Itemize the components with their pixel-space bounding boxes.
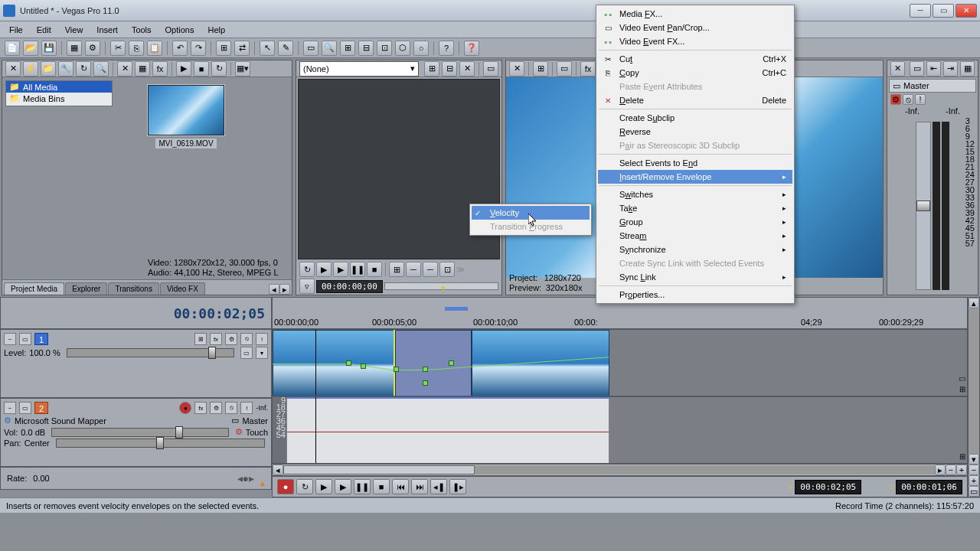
envelope-tool[interactable]: ✎ xyxy=(278,41,293,56)
audio-clip[interactable] xyxy=(286,397,609,464)
new-button[interactable]: 📄 xyxy=(5,41,20,56)
touch-mode[interactable]: Touch xyxy=(246,428,268,437)
go-start-button[interactable]: ⏮ xyxy=(392,479,409,494)
master-t1-icon[interactable]: ▭ xyxy=(910,61,924,77)
track-motion-icon[interactable]: ⊞ xyxy=(194,333,207,345)
pm-stop-icon[interactable]: ■ xyxy=(194,61,209,77)
tool-4[interactable]: ⬡ xyxy=(395,41,410,56)
fx-tool-2[interactable]: ⊟ xyxy=(442,61,457,77)
tool-2[interactable]: ⊟ xyxy=(358,41,374,56)
cm-create-subclip[interactable]: Create Subclip xyxy=(598,111,792,125)
media-thumbnail[interactable]: MVI_0619.MOV xyxy=(148,85,224,148)
minimize-button[interactable]: ─ xyxy=(910,4,931,18)
master-t2-icon[interactable]: ⇤ xyxy=(926,61,941,77)
pm-search-icon[interactable]: 🔍 xyxy=(93,61,109,77)
properties-button[interactable]: ⚙ xyxy=(85,41,100,56)
pan-slider[interactable] xyxy=(56,439,265,448)
autoripple-button[interactable]: ⇄ xyxy=(234,41,250,56)
zoom-fit-icon[interactable]: ▭ xyxy=(969,486,979,497)
scroll-left-icon[interactable]: ◂ xyxy=(273,465,283,475)
tab-explorer[interactable]: Explorer xyxy=(65,282,107,295)
playhead[interactable] xyxy=(315,330,316,396)
parent-icon[interactable]: ▾ xyxy=(256,347,268,359)
pause-button[interactable]: ❚❚ xyxy=(354,479,371,494)
atrack-mute-icon[interactable]: ⦸ xyxy=(225,402,237,414)
maximize-button[interactable]: ▭ xyxy=(933,4,954,18)
pm-remove-icon[interactable]: ✕ xyxy=(117,61,132,77)
open-button[interactable]: 📂 xyxy=(23,41,38,56)
fx-stop-icon[interactable]: ■ xyxy=(367,262,382,277)
level-slider[interactable] xyxy=(67,348,234,357)
context-menu[interactable]: ∘∘Media FX... ▭Video Event Pan/Crop... ∘… xyxy=(596,5,795,304)
menu-edit[interactable]: Edit xyxy=(31,24,57,36)
cm-stream[interactable]: Stream▸ xyxy=(598,229,792,243)
master-fader[interactable] xyxy=(916,122,931,290)
tree-media-bins[interactable]: 📁Media Bins xyxy=(6,93,112,104)
redo-button[interactable]: ↷ xyxy=(191,41,206,56)
cm-sync-link[interactable]: Sync Link▸ xyxy=(598,270,792,284)
master-header[interactable]: ▭Master xyxy=(889,79,976,93)
atrack-solo-icon[interactable]: ! xyxy=(240,402,253,414)
tool-1[interactable]: ⊞ xyxy=(340,41,355,56)
pm-play-icon[interactable]: ▶ xyxy=(176,61,191,77)
timeline-scrollbar[interactable]: ◂ ▸ − + xyxy=(272,464,968,476)
record-timecode[interactable]: 00:00:01;06 xyxy=(896,480,962,494)
audio-track-header[interactable]: − ▭ 2 ● fx ⚙ ⦸ ! -Inf. ⚙ Microsoft Sound… xyxy=(0,398,272,467)
snap-button[interactable]: ⊞ xyxy=(216,41,231,56)
pm-properties-icon[interactable]: ▦ xyxy=(135,61,150,77)
timecode-display[interactable]: 00:00:02;05 xyxy=(0,297,272,329)
menu-file[interactable]: File xyxy=(3,24,29,36)
pm-import-icon[interactable]: ⚡ xyxy=(23,61,38,77)
fx-split-icon[interactable]: ⊞ xyxy=(389,262,404,277)
pv-close-icon[interactable]: ✕ xyxy=(509,61,524,77)
master-auto-icon[interactable]: ⚙ xyxy=(890,94,901,105)
master-t4-icon[interactable]: ▦ xyxy=(960,61,975,77)
envelope-point[interactable] xyxy=(423,367,428,372)
fx-t2-icon[interactable]: ─ xyxy=(423,262,438,277)
envelope-point[interactable] xyxy=(449,360,454,366)
audio-track-lane[interactable]: 91827364554 ⊞ xyxy=(272,396,968,464)
master-solo-icon[interactable]: ! xyxy=(915,94,926,105)
scrub-icon[interactable]: ◂●▸ xyxy=(237,472,254,484)
audio-clip-fx-icon[interactable]: ⊞ xyxy=(959,452,965,461)
fx-t1-icon[interactable]: ─ xyxy=(406,262,421,277)
fx-screen-icon[interactable]: ▭ xyxy=(483,61,498,77)
tab-project-media[interactable]: Project Media xyxy=(4,282,64,295)
scroll-right-icon[interactable]: ▸ xyxy=(935,465,946,475)
cm-insert-remove-envelope[interactable]: Insert/Remove Envelope▸ xyxy=(598,170,792,184)
cm-cut[interactable]: ✂CutCtrl+X xyxy=(598,52,792,66)
save-button[interactable]: 💾 xyxy=(41,41,57,56)
next-frame-button[interactable]: ❚▸ xyxy=(449,479,466,494)
fx-play2-icon[interactable]: ▶ xyxy=(333,262,348,277)
video-clip-3[interactable] xyxy=(472,330,609,396)
zoom-out-v-icon[interactable]: − xyxy=(969,465,979,475)
pv-props-icon[interactable]: ⊞ xyxy=(533,61,548,77)
tab-scroll-right[interactable]: ▸ xyxy=(279,284,290,295)
tool-3[interactable]: ⊡ xyxy=(377,41,392,56)
track-fx-icon[interactable]: fx xyxy=(210,333,222,345)
atrack-auto-icon[interactable]: ⚙ xyxy=(210,402,222,414)
cm-synchronize[interactable]: Synchronize▸ xyxy=(598,243,792,256)
record-button[interactable]: ● xyxy=(277,479,294,494)
cm-group[interactable]: Group▸ xyxy=(598,215,792,229)
clip-crop-icon[interactable]: ⊞ xyxy=(959,385,965,393)
cm-pan-crop[interactable]: ▭Video Event Pan/Crop... xyxy=(598,21,792,34)
comp-mode-icon[interactable]: ▭ xyxy=(240,347,253,359)
play-button[interactable]: ▶ xyxy=(335,479,351,494)
close-button[interactable]: ✕ xyxy=(956,4,977,18)
paste-button[interactable]: 📋 xyxy=(147,41,162,56)
tree-all-media[interactable]: 📁All Media xyxy=(6,81,112,93)
envelope-point[interactable] xyxy=(394,367,399,372)
vscroll-up-icon[interactable]: ▴ xyxy=(969,298,979,308)
go-end-button[interactable]: ⏭ xyxy=(411,479,428,494)
stop-button[interactable]: ■ xyxy=(373,479,390,494)
master-t3-icon[interactable]: ⇥ xyxy=(943,61,958,77)
copy-button[interactable]: ⎘ xyxy=(129,41,144,56)
prev-frame-button[interactable]: ◂❚ xyxy=(430,479,447,494)
fx-t3-icon[interactable]: ⊡ xyxy=(439,262,455,277)
zoom-tool[interactable]: 🔍 xyxy=(322,41,337,56)
envelope-point[interactable] xyxy=(423,380,428,386)
envelope-point[interactable] xyxy=(361,364,366,369)
track-minimize-icon[interactable]: − xyxy=(4,333,16,345)
audio-device[interactable]: Microsoft Sound Mapper xyxy=(15,416,106,425)
